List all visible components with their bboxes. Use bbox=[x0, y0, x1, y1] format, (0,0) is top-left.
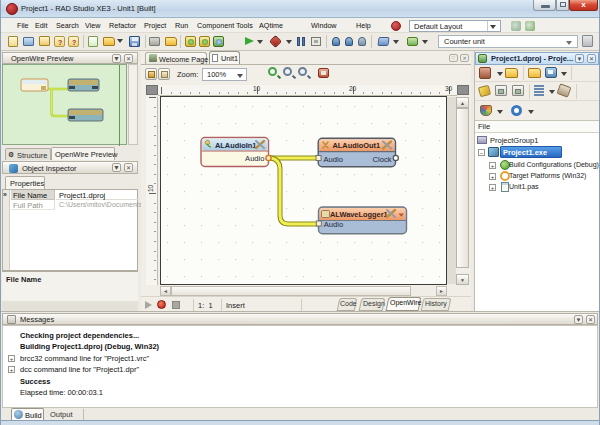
svg-text:ALWaveLogger1: ALWaveLogger1 bbox=[330, 210, 388, 219]
svg-text:Audio: Audio bbox=[324, 155, 343, 164]
svg-text:Audio: Audio bbox=[245, 154, 264, 163]
svg-text:Clock: Clock bbox=[373, 155, 392, 164]
svg-text:ALAudioIn1: ALAudioIn1 bbox=[215, 141, 256, 150]
svg-text:ALAudioOut1: ALAudioOut1 bbox=[333, 141, 381, 150]
svg-text:Audio: Audio bbox=[324, 220, 343, 229]
